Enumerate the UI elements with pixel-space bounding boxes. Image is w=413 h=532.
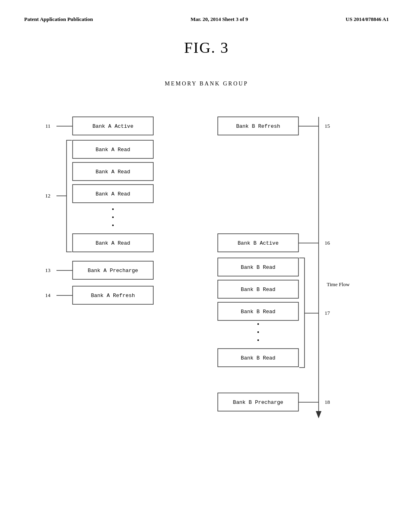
- box-bank-a-read-3-label: Bank A Read: [96, 191, 130, 197]
- ref-14-label: 14: [45, 292, 51, 298]
- box-bank-b-read-2-label: Bank B Read: [241, 287, 275, 293]
- box-bank-a-active-label: Bank A Active: [92, 123, 133, 129]
- figure-title: FIG. 3: [24, 39, 389, 56]
- ref-16-label: 16: [325, 240, 330, 246]
- diagram-area: MEMORY BANK GROUP Bank A Active Bank A R…: [24, 81, 389, 443]
- svg-text:•: •: [112, 222, 114, 229]
- box-bank-b-read-1-label: Bank B Read: [241, 264, 275, 270]
- box-bank-a-precharge-label: Bank A Precharge: [88, 268, 138, 274]
- ref-17-label: 17: [325, 310, 330, 316]
- box-bank-a-read-1-label: Bank A Read: [96, 147, 130, 153]
- ref-13-label: 13: [45, 267, 50, 273]
- group-label: MEMORY BANK GROUP: [165, 81, 248, 87]
- ref-18-label: 18: [325, 399, 330, 405]
- box-bank-a-refresh-label: Bank A Refresh: [91, 293, 135, 299]
- page-header: Patent Application Publication Mar. 20, …: [24, 16, 389, 23]
- ref-11-label: 11: [45, 123, 50, 129]
- ref-12-label: 12: [45, 193, 50, 199]
- time-flow-label: Time Flow: [327, 281, 350, 287]
- header-publisher: Patent Application Publication: [24, 16, 93, 23]
- box-bank-b-read-last-label: Bank B Read: [241, 355, 275, 361]
- box-bank-b-precharge-label: Bank B Precharge: [233, 399, 284, 405]
- brace-left: [61, 140, 72, 252]
- box-bank-b-read-3-label: Bank B Read: [241, 309, 275, 315]
- diagram-svg: Bank A Active Bank A Read Bank A Read Ba…: [36, 89, 399, 439]
- svg-text:•: •: [257, 329, 259, 336]
- dots-right: •: [257, 321, 259, 328]
- box-bank-a-read-last-label: Bank A Read: [96, 240, 130, 246]
- box-bank-a-read-2-label: Bank A Read: [96, 169, 130, 175]
- header-patent-number: US 2014/078846 A1: [346, 16, 389, 23]
- ref-15-label: 15: [325, 123, 330, 129]
- time-axis-arrow: [316, 411, 321, 418]
- dots-left: •: [112, 206, 114, 213]
- brace-right: [299, 258, 310, 368]
- svg-text:•: •: [112, 214, 114, 221]
- header-date-sheet: Mar. 20, 2014 Sheet 3 of 9: [191, 16, 248, 23]
- page: Patent Application Publication Mar. 20, …: [0, 0, 413, 532]
- box-bank-b-active-label: Bank B Active: [238, 240, 278, 246]
- box-bank-b-refresh-label: Bank B Refresh: [236, 123, 280, 129]
- svg-text:•: •: [257, 337, 259, 344]
